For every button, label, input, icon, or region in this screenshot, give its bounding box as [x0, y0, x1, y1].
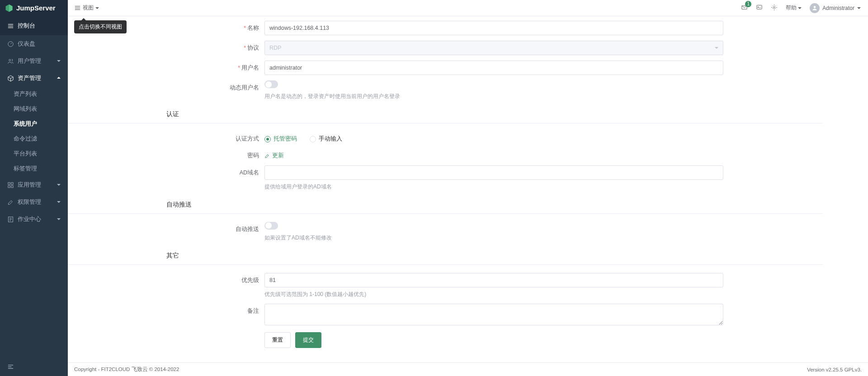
task-icon: [7, 216, 14, 223]
protocol-label: *协议: [68, 41, 264, 52]
auth-section-header: 认证: [68, 106, 823, 123]
svg-point-1: [774, 6, 775, 8]
collapse-icon: [7, 363, 14, 370]
logo-area[interactable]: JumpServer: [0, 0, 68, 16]
sidebar-sub-asset-list[interactable]: 资产列表: [0, 87, 68, 102]
sidebar-item-users[interactable]: 用户管理: [0, 52, 68, 70]
badge: 1: [745, 1, 751, 7]
view-tooltip: 点击切换不同视图: [74, 20, 127, 33]
password-label: 密码: [68, 148, 264, 160]
chevron-up-icon: [57, 76, 61, 81]
priority-input[interactable]: [264, 273, 723, 287]
sidebar-sub-domain-list[interactable]: 网域列表: [0, 102, 68, 117]
username-input[interactable]: [264, 61, 723, 75]
webterminal-icon[interactable]: [756, 4, 763, 12]
submit-button[interactable]: 提交: [295, 332, 321, 348]
pencil-icon: [264, 153, 270, 159]
version-text: Version v2.25.5 GPLv3.: [807, 367, 862, 372]
sidebar-sub-system-user[interactable]: 系统用户: [0, 117, 68, 132]
sidebar: 控制台 仪表盘 用户管理 资产管理 资产列表 网域列表 系统用户 命令过滤 平台…: [0, 16, 68, 376]
console-header: 控制台: [0, 16, 68, 35]
chevron-down-icon: [57, 60, 61, 62]
logo-icon: [5, 4, 14, 13]
sidebar-item-dashboard[interactable]: 仪表盘: [0, 35, 68, 52]
radio-managed-password[interactable]: 托管密码: [264, 135, 297, 143]
remark-textarea[interactable]: [264, 304, 723, 325]
push-switch[interactable]: [264, 222, 278, 230]
users-icon: [7, 58, 14, 65]
avatar-icon: [810, 3, 820, 13]
chevron-down-icon: [95, 7, 99, 9]
dynamic-user-help: 用户名是动态的，登录资产时使用当前用户的用户名登录: [264, 92, 723, 100]
svg-point-2: [814, 6, 816, 8]
view-label: 视图: [83, 4, 94, 12]
svg-rect-5: [8, 182, 10, 184]
password-update-link[interactable]: 更新: [264, 148, 284, 160]
chevron-down-icon: [57, 218, 61, 220]
chevron-down-icon: [798, 7, 802, 9]
reset-button[interactable]: 重置: [264, 332, 291, 348]
chevron-down-icon: [57, 201, 61, 203]
svg-rect-8: [11, 185, 13, 187]
sidebar-sub-cmd-filter[interactable]: 命令过滤: [0, 132, 68, 146]
other-section-header: 其它: [68, 247, 823, 265]
ad-domain-help: 提供给域用户登录的AD域名: [264, 183, 723, 191]
sidebar-item-assets[interactable]: 资产管理: [0, 70, 68, 87]
svg-rect-7: [8, 185, 10, 187]
auth-method-label: 认证方式: [68, 132, 264, 143]
ad-domain-input[interactable]: [264, 165, 723, 180]
cube-icon: [7, 75, 14, 82]
remark-label: 备注: [68, 304, 264, 315]
chevron-down-icon: [57, 184, 61, 186]
view-switch[interactable]: 视图 点击切换不同视图: [74, 4, 99, 12]
radio-manual-input[interactable]: 手动输入: [310, 135, 342, 143]
sidebar-collapse[interactable]: [0, 359, 68, 376]
dynamic-user-label: 动态用户名: [68, 80, 264, 92]
footer: Copyright - FIT2CLOUD 飞致云 © 2014-2022 Ve…: [68, 362, 868, 376]
gauge-icon: [7, 41, 14, 47]
user-dropdown[interactable]: Administrator: [810, 3, 861, 13]
sidebar-item-perms[interactable]: 权限管理: [0, 193, 68, 211]
push-section-header: 自动推送: [68, 196, 823, 214]
chevron-down-icon: [715, 47, 718, 49]
push-label: 自动推送: [68, 222, 264, 233]
mail-icon[interactable]: 1: [741, 4, 748, 12]
ad-domain-label: AD域名: [68, 165, 264, 177]
priority-help: 优先级可选范围为 1-100 (数值越小越优先): [264, 290, 723, 298]
bars-icon: [7, 23, 14, 29]
sidebar-item-ops[interactable]: 作业中心: [0, 211, 68, 228]
edit-icon: [7, 199, 14, 206]
svg-rect-6: [11, 182, 13, 184]
svg-point-4: [9, 59, 11, 61]
protocol-select: RDP: [264, 41, 723, 55]
sidebar-sub-platform-list[interactable]: 平台列表: [0, 146, 68, 161]
copyright-text: Copyright - FIT2CLOUD 飞致云 © 2014-2022: [74, 366, 179, 373]
dynamic-user-switch[interactable]: [264, 80, 278, 88]
push-help: 如果设置了AD域名不能修改: [264, 234, 723, 242]
svg-rect-0: [757, 5, 762, 9]
help-dropdown[interactable]: 帮助: [786, 4, 802, 12]
name-input[interactable]: [264, 21, 723, 35]
grid-icon: [7, 182, 14, 188]
username-label: *用户名: [68, 61, 264, 72]
menu-icon: [74, 5, 81, 11]
settings-icon[interactable]: [771, 4, 778, 12]
sidebar-item-apps[interactable]: 应用管理: [0, 176, 68, 193]
sidebar-sub-label-mgmt[interactable]: 标签管理: [0, 161, 68, 176]
chevron-down-icon: [857, 7, 861, 9]
brand-text: JumpServer: [16, 4, 56, 12]
priority-label: 优先级: [68, 273, 264, 284]
